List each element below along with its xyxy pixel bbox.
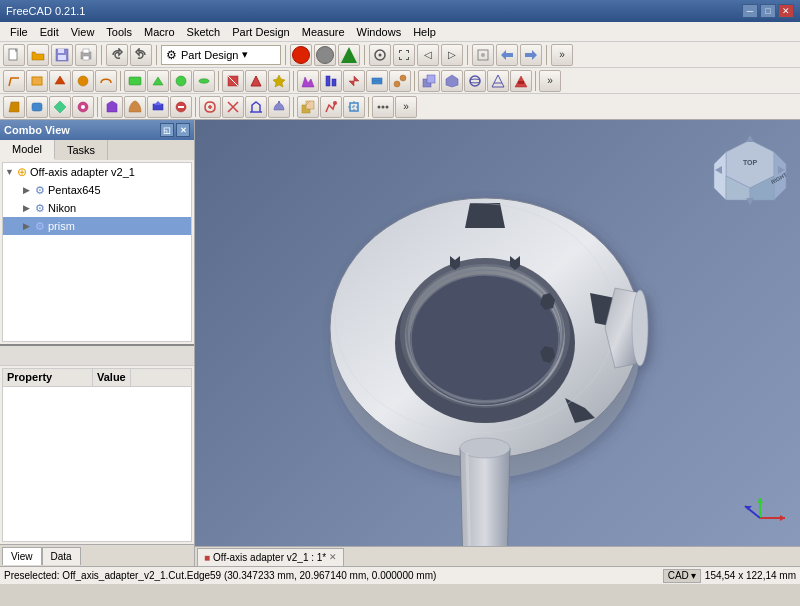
sep2-2: [218, 71, 219, 91]
3d-viewport[interactable]: TOP RIGHT ■ Off-axis adapter v2_1 : 1*: [195, 120, 800, 566]
tab-tasks[interactable]: Tasks: [55, 140, 108, 160]
new-file-button[interactable]: [3, 44, 25, 66]
tb3-9[interactable]: [199, 96, 221, 118]
tb2-15[interactable]: [343, 70, 365, 92]
tb3-6[interactable]: [124, 96, 146, 118]
workbench-icon: ⚙: [166, 48, 177, 62]
tb3-11[interactable]: [245, 96, 267, 118]
svg-rect-26: [427, 75, 435, 83]
tb2-5[interactable]: [95, 70, 117, 92]
tb3-5[interactable]: [101, 96, 123, 118]
tb2-7[interactable]: [147, 70, 169, 92]
tb3-3[interactable]: [49, 96, 71, 118]
redo-button[interactable]: [130, 44, 152, 66]
tb3-7[interactable]: [147, 96, 169, 118]
tb-nav-1[interactable]: [472, 44, 494, 66]
combo-header-buttons: ◱ ✕: [160, 123, 190, 137]
navigation-cube[interactable]: TOP RIGHT: [710, 130, 790, 210]
tb2-21[interactable]: [487, 70, 509, 92]
tb2-20[interactable]: [464, 70, 486, 92]
tree-item-prism[interactable]: ▶ ⚙ prism: [3, 217, 191, 235]
combo-tabs: Model Tasks: [0, 140, 194, 160]
sidebar-tab-view[interactable]: View: [2, 547, 42, 565]
tb2-3[interactable]: [49, 70, 71, 92]
tb2-4[interactable]: [72, 70, 94, 92]
tb2-19[interactable]: [441, 70, 463, 92]
tree-item-root[interactable]: ▼ ⊕ Off-axis adapter v2_1: [3, 163, 191, 181]
tb2-8[interactable]: [170, 70, 192, 92]
svg-rect-20: [332, 79, 336, 86]
tb-arrow-left[interactable]: ◁: [417, 44, 439, 66]
menu-file[interactable]: File: [4, 24, 34, 40]
tb2-12[interactable]: [268, 70, 290, 92]
tb3-4[interactable]: [72, 96, 94, 118]
tb2-11[interactable]: [245, 70, 267, 92]
maximize-button[interactable]: □: [760, 4, 776, 18]
tb2-1[interactable]: [3, 70, 25, 92]
tb-nav-3[interactable]: [520, 44, 542, 66]
svg-point-24: [400, 75, 406, 81]
nikon-icon: ⚙: [35, 202, 45, 215]
menu-windows[interactable]: Windows: [351, 24, 408, 40]
tb2-14[interactable]: [320, 70, 342, 92]
viewport-tab-close[interactable]: ✕: [329, 552, 337, 562]
tree-item-nikon[interactable]: ▶ ⚙ Nikon: [3, 199, 191, 217]
tb3-more2[interactable]: »: [395, 96, 417, 118]
menu-sketch[interactable]: Sketch: [181, 24, 227, 40]
tb2-16[interactable]: [366, 70, 388, 92]
tb3-1[interactable]: [3, 96, 25, 118]
tb2-10[interactable]: [222, 70, 244, 92]
tab-model[interactable]: Model: [0, 140, 55, 160]
tb3-12[interactable]: [268, 96, 290, 118]
tb-arrow-right[interactable]: ▷: [441, 44, 463, 66]
tb-more[interactable]: »: [551, 44, 573, 66]
tb-nav-2[interactable]: [496, 44, 518, 66]
tb-btn-4[interactable]: [314, 44, 336, 66]
tb3-2[interactable]: [26, 96, 48, 118]
tb2-2[interactable]: [26, 70, 48, 92]
tb3-more[interactable]: [372, 96, 394, 118]
menu-view[interactable]: View: [65, 24, 101, 40]
tree-label-prism: prism: [48, 220, 75, 232]
tree-arrow-pentax: ▶: [23, 185, 35, 195]
tb2-13[interactable]: [297, 70, 319, 92]
tb3-13[interactable]: [297, 96, 319, 118]
menu-tools[interactable]: Tools: [100, 24, 138, 40]
menu-partdesign[interactable]: Part Design: [226, 24, 295, 40]
tb3-10[interactable]: [222, 96, 244, 118]
prop-col-property: Property: [3, 369, 93, 386]
tb3-14[interactable]: [320, 96, 342, 118]
tb2-9[interactable]: [193, 70, 215, 92]
menu-edit[interactable]: Edit: [34, 24, 65, 40]
model-tree: ▼ ⊕ Off-axis adapter v2_1 ▶ ⚙ Pentax645 …: [2, 162, 192, 342]
viewport-tab[interactable]: ■ Off-axis adapter v2_1 : 1* ✕: [197, 548, 344, 566]
tb2-17[interactable]: [389, 70, 411, 92]
tb2-more[interactable]: »: [539, 70, 561, 92]
tb3-15[interactable]: [343, 96, 365, 118]
save-button[interactable]: [51, 44, 73, 66]
tb3-8[interactable]: [170, 96, 192, 118]
open-file-button[interactable]: [27, 44, 49, 66]
sidebar-tab-data[interactable]: Data: [42, 547, 81, 565]
menu-measure[interactable]: Measure: [296, 24, 351, 40]
properties-column-headers: Property Value: [3, 369, 191, 387]
tb2-6[interactable]: [124, 70, 146, 92]
tb-view-fit[interactable]: [393, 44, 415, 66]
tb-btn-5[interactable]: [338, 44, 360, 66]
tree-item-pentax[interactable]: ▶ ⚙ Pentax645: [3, 181, 191, 199]
tb2-22[interactable]: [510, 70, 532, 92]
menu-macro[interactable]: Macro: [138, 24, 181, 40]
combo-close-button[interactable]: ✕: [176, 123, 190, 137]
tb-btn-3[interactable]: [290, 44, 312, 66]
undo-button[interactable]: [106, 44, 128, 66]
close-button[interactable]: ✕: [778, 4, 794, 18]
cad-dropdown-arrow: ▾: [691, 570, 696, 581]
print-button[interactable]: [75, 44, 97, 66]
menu-help[interactable]: Help: [407, 24, 442, 40]
cad-mode-button[interactable]: CAD ▾: [663, 569, 701, 583]
tb2-18[interactable]: [418, 70, 440, 92]
combo-float-button[interactable]: ◱: [160, 123, 174, 137]
workbench-dropdown[interactable]: ⚙ Part Design ▾: [161, 45, 281, 65]
tb-view-home[interactable]: [369, 44, 391, 66]
minimize-button[interactable]: ─: [742, 4, 758, 18]
